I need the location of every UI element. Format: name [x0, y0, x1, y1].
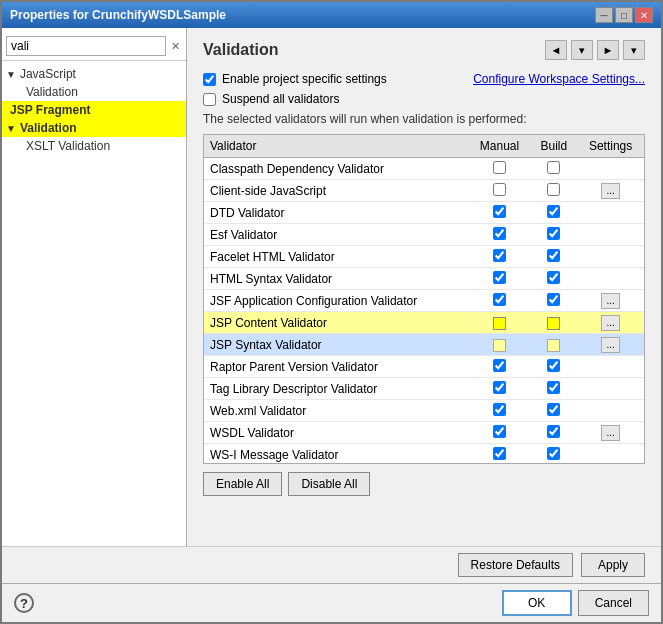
nav-forward-button[interactable]: ► [597, 40, 619, 60]
manual-checkbox[interactable] [493, 249, 506, 262]
configure-workspace-link[interactable]: Configure Workspace Settings... [473, 72, 645, 86]
nav-back-button[interactable]: ◄ [545, 40, 567, 60]
help-icon[interactable]: ? [14, 593, 34, 613]
build-checkbox[interactable] [547, 339, 560, 352]
sidebar-item-jsp-fragment[interactable]: JSP Fragment [2, 101, 186, 119]
settings-cell: ... [577, 334, 644, 356]
manual-checkbox[interactable] [493, 425, 506, 438]
sidebar-item-xslt-validation[interactable]: XSLT Validation [18, 137, 186, 155]
manual-checkbox[interactable] [493, 359, 506, 372]
build-checkbox[interactable] [547, 227, 560, 240]
build-checkbox[interactable] [547, 183, 560, 196]
build-checkbox[interactable] [547, 161, 560, 174]
build-cell [531, 422, 578, 444]
search-clear-icon[interactable]: ✕ [168, 39, 183, 54]
manual-checkbox[interactable] [493, 381, 506, 394]
validator-name-cell: Classpath Dependency Validator [204, 158, 469, 180]
validator-name-cell: WS-I Message Validator [204, 444, 469, 465]
manual-checkbox[interactable] [493, 271, 506, 284]
build-checkbox[interactable] [547, 317, 560, 330]
manual-checkbox[interactable] [493, 339, 506, 352]
enable-project-checkbox[interactable] [203, 73, 216, 86]
search-input[interactable] [6, 36, 166, 56]
settings-cell: ... [577, 422, 644, 444]
sidebar-item-js-validation[interactable]: Validation [18, 83, 186, 101]
cancel-button[interactable]: Cancel [578, 590, 649, 616]
settings-button[interactable]: ... [601, 315, 619, 331]
col-header-validator: Validator [204, 135, 469, 158]
build-checkbox[interactable] [547, 249, 560, 262]
table-row: JSP Syntax Validator... [204, 334, 644, 356]
manual-checkbox[interactable] [493, 317, 506, 330]
build-cell [531, 290, 578, 312]
validator-name-cell: JSF Application Configuration Validator [204, 290, 469, 312]
validator-name-cell: JSP Content Validator [204, 312, 469, 334]
apply-button[interactable]: Apply [581, 553, 645, 577]
sidebar-item-validation-label: Validation [20, 121, 77, 135]
tree-validation: ▼ Validation XSLT Validation [2, 119, 186, 155]
manual-checkbox[interactable] [493, 293, 506, 306]
table-row: WS-I Message Validator [204, 444, 644, 465]
validator-name-cell: JSP Syntax Validator [204, 334, 469, 356]
table-row: Facelet HTML Validator [204, 246, 644, 268]
manual-cell [469, 400, 531, 422]
minimize-button[interactable]: ─ [595, 7, 613, 23]
build-cell [531, 334, 578, 356]
manual-checkbox[interactable] [493, 205, 506, 218]
expand-arrow-icon: ▼ [6, 69, 16, 80]
manual-cell [469, 334, 531, 356]
manual-checkbox[interactable] [493, 183, 506, 196]
restore-defaults-button[interactable]: Restore Defaults [458, 553, 573, 577]
maximize-button[interactable]: □ [615, 7, 633, 23]
tree-javascript: ▼ JavaScript Validation [2, 65, 186, 101]
settings-button[interactable]: ... [601, 337, 619, 353]
manual-cell [469, 444, 531, 465]
settings-button[interactable]: ... [601, 425, 619, 441]
settings-cell: ... [577, 290, 644, 312]
manual-cell [469, 224, 531, 246]
manual-checkbox[interactable] [493, 161, 506, 174]
manual-checkbox[interactable] [493, 447, 506, 460]
build-checkbox[interactable] [547, 359, 560, 372]
validators-table: Validator Manual Build Settings Classpat… [204, 135, 644, 464]
description-text: The selected validators will run when va… [203, 112, 645, 126]
search-container: ✕ [2, 32, 186, 61]
panel-title: Validation [203, 41, 279, 59]
settings-button[interactable]: ... [601, 183, 619, 199]
table-row: DTD Validator [204, 202, 644, 224]
manual-cell [469, 180, 531, 202]
table-row: Web.xml Validator [204, 400, 644, 422]
suspend-all-label: Suspend all validators [222, 92, 339, 106]
enable-project-row: Enable project specific settings Configu… [203, 72, 645, 86]
window: Properties for CrunchifyWSDLSample ─ □ ✕… [0, 0, 663, 624]
disable-all-button[interactable]: Disable All [288, 472, 370, 496]
build-checkbox[interactable] [547, 293, 560, 306]
manual-checkbox[interactable] [493, 227, 506, 240]
build-checkbox[interactable] [547, 425, 560, 438]
manual-cell [469, 378, 531, 400]
close-button[interactable]: ✕ [635, 7, 653, 23]
build-checkbox[interactable] [547, 447, 560, 460]
build-checkbox[interactable] [547, 271, 560, 284]
build-cell [531, 246, 578, 268]
nav-menu-button[interactable]: ▾ [623, 40, 645, 60]
settings-cell [577, 444, 644, 465]
build-checkbox[interactable] [547, 403, 560, 416]
table-row: Esf Validator [204, 224, 644, 246]
footer-bar: ? OK Cancel [2, 583, 661, 622]
build-checkbox[interactable] [547, 381, 560, 394]
nav-dropdown-button[interactable]: ▾ [571, 40, 593, 60]
suspend-all-checkbox[interactable] [203, 93, 216, 106]
manual-cell [469, 202, 531, 224]
settings-button[interactable]: ... [601, 293, 619, 309]
build-cell [531, 180, 578, 202]
manual-checkbox[interactable] [493, 403, 506, 416]
ok-button[interactable]: OK [502, 590, 572, 616]
settings-cell [577, 202, 644, 224]
build-checkbox[interactable] [547, 205, 560, 218]
validator-name-cell: Web.xml Validator [204, 400, 469, 422]
validator-name-cell: HTML Syntax Validator [204, 268, 469, 290]
sidebar-item-javascript[interactable]: ▼ JavaScript [2, 65, 186, 83]
enable-all-button[interactable]: Enable All [203, 472, 282, 496]
sidebar-item-validation[interactable]: ▼ Validation [2, 119, 186, 137]
